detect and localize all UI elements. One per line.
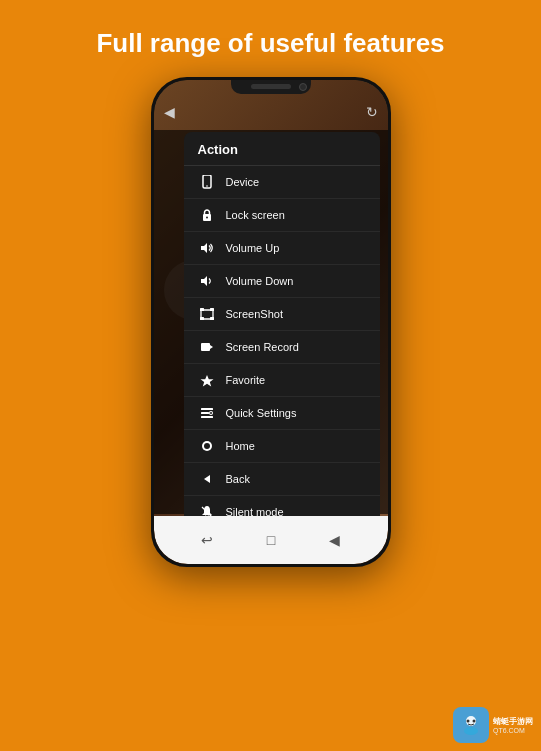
volume-down-icon — [198, 272, 216, 290]
menu-item-favorite[interactable]: Favorite — [184, 364, 380, 397]
star-icon — [198, 371, 216, 389]
svg-marker-12 — [210, 345, 213, 349]
svg-point-17 — [210, 412, 212, 414]
app-topbar: ◀ ↻ — [154, 98, 388, 126]
svg-marker-21 — [204, 475, 210, 483]
speaker — [251, 84, 291, 89]
menu-item-back[interactable]: Back — [184, 463, 380, 496]
volume-up-icon — [198, 239, 216, 257]
svg-point-26 — [467, 720, 470, 723]
menu-item-lock-screen[interactable]: Lock screen — [184, 199, 380, 232]
quick-settings-icon — [198, 404, 216, 422]
nav-back-icon[interactable]: ◀ — [329, 532, 340, 548]
watermark-line1: 蜻蜓手游网 — [493, 716, 533, 727]
svg-rect-15 — [201, 412, 209, 414]
svg-rect-8 — [210, 308, 214, 311]
svg-point-27 — [473, 720, 476, 723]
back-arrow-icon[interactable]: ◀ — [164, 104, 175, 120]
svg-point-1 — [206, 185, 208, 187]
home-icon — [198, 437, 216, 455]
menu-item-device[interactable]: Device — [184, 166, 380, 199]
camera — [299, 83, 307, 91]
favorite-label: Favorite — [226, 374, 266, 386]
phone-body: ◀ ↻ Action Device — [151, 77, 391, 567]
device-label: Device — [226, 176, 260, 188]
screen-record-label: Screen Record — [226, 341, 299, 353]
svg-marker-13 — [200, 375, 213, 387]
svg-marker-5 — [201, 276, 207, 286]
svg-point-25 — [464, 727, 478, 735]
menu-item-quick-settings[interactable]: Quick Settings — [184, 397, 380, 430]
volume-down-label: Volume Down — [226, 275, 294, 287]
menu-item-volume-up[interactable]: Volume Up — [184, 232, 380, 265]
watermark-logo — [453, 707, 489, 743]
page-title: Full range of useful features — [0, 0, 541, 77]
screenshot-label: ScreenShot — [226, 308, 283, 320]
nav-home-icon[interactable]: □ — [267, 532, 275, 548]
phone-mockup: ◀ ↻ Action Device — [0, 77, 541, 567]
svg-rect-14 — [201, 408, 213, 410]
svg-point-20 — [204, 443, 210, 449]
home-label: Home — [226, 440, 255, 452]
refresh-icon[interactable]: ↻ — [366, 104, 378, 120]
back-label: Back — [226, 473, 250, 485]
menu-item-volume-down[interactable]: Volume Down — [184, 265, 380, 298]
phone-screen: ◀ ↻ Action Device — [154, 80, 388, 564]
quick-settings-label: Quick Settings — [226, 407, 297, 419]
device-icon — [198, 173, 216, 191]
menu-item-screenshot[interactable]: ScreenShot — [184, 298, 380, 331]
lock-screen-label: Lock screen — [226, 209, 285, 221]
watermark-text: 蜻蜓手游网 QT6.COM — [493, 716, 533, 734]
nav-recent-icon[interactable]: ↩ — [201, 532, 213, 548]
back-icon — [198, 470, 216, 488]
lock-icon — [198, 206, 216, 224]
action-menu-title: Action — [184, 132, 380, 166]
svg-marker-4 — [201, 243, 207, 253]
action-dropdown: Action Device — [184, 132, 380, 561]
menu-item-home[interactable]: Home — [184, 430, 380, 463]
watermark: 蜻蜓手游网 QT6.COM — [453, 707, 533, 743]
svg-rect-7 — [200, 308, 204, 311]
svg-rect-9 — [200, 317, 204, 320]
phone-bottombar: ↩ □ ◀ — [154, 516, 388, 564]
screenshot-icon — [198, 305, 216, 323]
svg-rect-18 — [201, 416, 213, 418]
svg-point-3 — [206, 217, 208, 219]
svg-rect-11 — [201, 343, 210, 351]
power-button — [388, 160, 391, 200]
volume-up-label: Volume Up — [226, 242, 280, 254]
svg-rect-10 — [210, 317, 214, 320]
screen-record-icon — [198, 338, 216, 356]
menu-item-screen-record[interactable]: Screen Record — [184, 331, 380, 364]
watermark-line2: QT6.COM — [493, 727, 533, 734]
